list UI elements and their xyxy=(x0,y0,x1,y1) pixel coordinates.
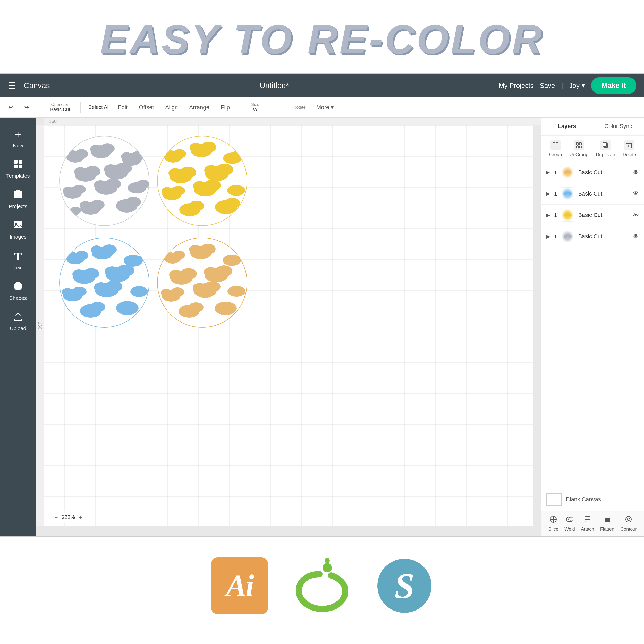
sidebar-label-images: Images xyxy=(10,234,27,240)
more-button[interactable]: More ▾ xyxy=(313,103,337,112)
svg-point-19 xyxy=(85,166,100,177)
svg-point-61 xyxy=(189,201,204,211)
cloud-circle-orange[interactable] xyxy=(157,238,247,328)
svg-rect-2 xyxy=(14,165,18,168)
save-button[interactable]: Save xyxy=(540,82,555,90)
sidebar-label-templates: Templates xyxy=(6,173,30,179)
sidebar-item-upload[interactable]: Upload xyxy=(3,307,33,336)
operation-label: Operation xyxy=(51,102,69,107)
redo-button[interactable]: ↪ xyxy=(21,103,32,112)
svg-point-17 xyxy=(121,152,132,160)
tab-layers[interactable]: Layers xyxy=(541,118,593,135)
layer-expand-icon-2[interactable]: ▶ xyxy=(546,191,550,197)
eye-icon-3[interactable]: 👁 xyxy=(633,211,639,219)
sidebar-label-new: New xyxy=(13,143,23,149)
svg-rect-111 xyxy=(556,143,558,145)
arrange-button[interactable]: Arrange xyxy=(186,103,212,112)
sidebar-label-upload: Upload xyxy=(10,326,26,332)
flatten-icon xyxy=(603,515,611,525)
make-it-button[interactable]: Make It xyxy=(591,77,636,94)
svg-point-86 xyxy=(116,301,139,315)
svg-point-52 xyxy=(204,165,218,175)
zoom-value: 222% xyxy=(62,514,75,520)
canvas-ruler-left: 160 xyxy=(36,125,44,526)
attach-label: Attach xyxy=(581,527,594,532)
layer-item-3[interactable]: ▶ 1 Basic Cut 👁 xyxy=(541,205,644,226)
svg-point-20 xyxy=(74,167,87,176)
group-button[interactable]: Group xyxy=(549,140,562,157)
sidebar-label-text: Text xyxy=(13,265,23,271)
align-button[interactable]: Align xyxy=(162,103,181,112)
upload-icon xyxy=(13,311,23,324)
text-icon: T xyxy=(14,250,22,263)
layer-item-1[interactable]: ▶ 1 Basic Cut 👁 xyxy=(541,162,644,183)
layer-expand-icon-4[interactable]: ▶ xyxy=(546,234,550,239)
right-panel: Layers Color Sync Group xyxy=(541,118,644,536)
sidebar-item-text[interactable]: T Text xyxy=(3,246,33,275)
project-title: Untitled* xyxy=(58,81,491,90)
layer-item-4[interactable]: ▶ 1 Basic Cut 👁 xyxy=(541,226,644,247)
attach-button[interactable]: Attach xyxy=(581,515,594,532)
svg-point-104 xyxy=(204,281,221,292)
panel-actions: Group UnGroup xyxy=(541,136,644,162)
bottom-tools: Slice Weld xyxy=(541,511,644,536)
flatten-button[interactable]: Flatten xyxy=(600,515,614,532)
my-projects-button[interactable]: My Projects xyxy=(499,82,534,90)
svg-point-49 xyxy=(168,168,182,178)
undo-button[interactable]: ↩ xyxy=(5,103,16,112)
app-container: ☰ Canvas Untitled* My Projects Save | Jo… xyxy=(0,73,644,537)
sidebar-item-shapes[interactable]: Shapes xyxy=(3,277,33,305)
ungroup-label: UnGroup xyxy=(570,152,588,157)
ungroup-icon xyxy=(574,140,584,150)
svg-point-22 xyxy=(115,163,132,174)
blank-canvas-preview xyxy=(546,493,562,506)
select-all-button[interactable]: Select All xyxy=(88,104,109,110)
svg-point-109 xyxy=(215,302,237,315)
layer-name-2: Basic Cut xyxy=(578,190,629,197)
tab-color-sync[interactable]: Color Sync xyxy=(593,118,644,135)
sidebar-item-images[interactable]: Images xyxy=(3,216,33,244)
size-control[interactable]: Size W xyxy=(249,102,262,112)
sidebar-item-templates[interactable]: Templates xyxy=(3,155,33,183)
operation-value: Basic Cut xyxy=(50,107,70,112)
sidebar-item-new[interactable]: ＋ New xyxy=(3,123,33,153)
cloud-circle-yellow[interactable] xyxy=(157,136,247,226)
layer-name-1: Basic Cut xyxy=(578,169,629,176)
eye-icon-4[interactable]: 👁 xyxy=(633,233,639,240)
layer-expand-icon-3[interactable]: ▶ xyxy=(546,212,550,218)
eye-icon-1[interactable]: 👁 xyxy=(633,169,639,176)
svg-point-105 xyxy=(193,283,206,292)
height-control[interactable]: H xyxy=(267,105,275,110)
flip-button[interactable]: Flip xyxy=(218,103,233,112)
eye-icon-2[interactable]: 👁 xyxy=(633,190,639,197)
edit-button[interactable]: Edit xyxy=(115,103,131,112)
layer-number-4: 1 xyxy=(554,234,557,240)
slice-button[interactable]: Slice xyxy=(548,515,558,532)
layer-item-2[interactable]: ▶ 1 Basic Cut 👁 xyxy=(541,183,644,205)
duplicate-button[interactable]: Duplicate xyxy=(596,140,615,157)
layer-expand-icon[interactable]: ▶ xyxy=(546,170,550,175)
offset-button[interactable]: Offset xyxy=(136,103,157,112)
group-label: Group xyxy=(549,152,562,157)
delete-button[interactable]: Delete xyxy=(623,140,636,157)
cloud-circle-blue[interactable] xyxy=(59,238,149,328)
svg-point-33 xyxy=(90,200,105,210)
ungroup-button[interactable]: UnGroup xyxy=(570,140,588,157)
svg-point-65 xyxy=(75,251,88,260)
contour-button[interactable]: Contour xyxy=(620,515,637,532)
zoom-out-button[interactable]: － xyxy=(53,513,59,521)
weld-label: Weld xyxy=(564,527,575,532)
operation-selector[interactable]: Operation Basic Cut xyxy=(48,102,73,112)
layer-thumb-yellow xyxy=(561,209,574,222)
svg-point-88 xyxy=(173,251,185,259)
layer-thumb-gray xyxy=(561,230,574,243)
canvas-grid[interactable] xyxy=(44,125,533,526)
cloud-circle-gray[interactable] xyxy=(59,136,149,226)
sidebar-item-projects[interactable]: Projects xyxy=(3,185,33,214)
weld-button[interactable]: Weld xyxy=(564,515,575,532)
hamburger-icon[interactable]: ☰ xyxy=(8,80,16,91)
canvas-area[interactable]: 160 160 xyxy=(36,118,541,536)
rotate-control[interactable]: Rotate xyxy=(291,105,308,110)
user-menu[interactable]: Joy ▾ xyxy=(569,82,585,90)
zoom-in-button[interactable]: ＋ xyxy=(78,513,84,521)
